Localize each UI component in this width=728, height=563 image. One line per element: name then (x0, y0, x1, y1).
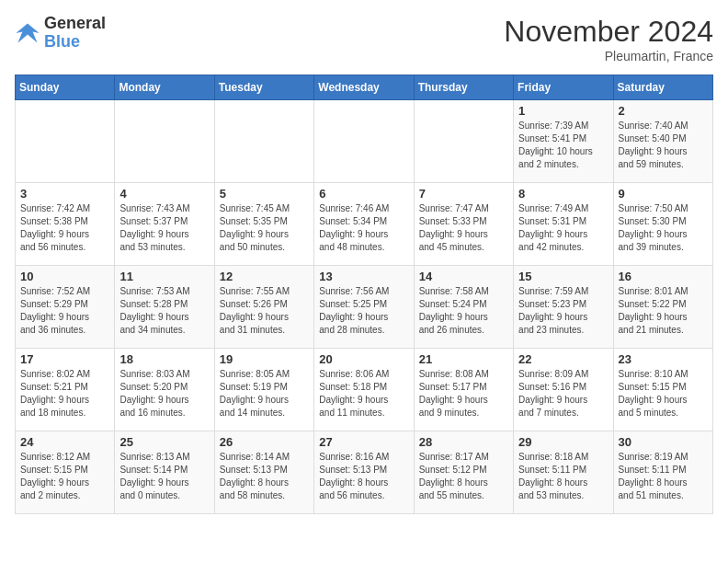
calendar-cell: 16Sunrise: 8:01 AM Sunset: 5:22 PM Dayli… (613, 266, 712, 349)
day-info: Sunrise: 7:50 AM Sunset: 5:30 PM Dayligh… (619, 202, 708, 254)
header-row: SundayMondayTuesdayWednesdayThursdayFrid… (16, 75, 713, 100)
day-number: 18 (119, 352, 209, 366)
day-number: 25 (119, 435, 209, 449)
calendar-cell: 27Sunrise: 8:16 AM Sunset: 5:13 PM Dayli… (314, 431, 414, 514)
day-info: Sunrise: 7:53 AM Sunset: 5:28 PM Dayligh… (119, 285, 209, 337)
calendar-cell: 3Sunrise: 7:42 AM Sunset: 5:38 PM Daylig… (16, 183, 115, 266)
calendar-cell: 12Sunrise: 7:55 AM Sunset: 5:26 PM Dayli… (214, 266, 313, 349)
header-cell-sunday: Sunday (16, 75, 115, 100)
day-number: 5 (220, 187, 309, 201)
day-info: Sunrise: 8:08 AM Sunset: 5:17 PM Dayligh… (419, 368, 508, 419)
day-info: Sunrise: 8:19 AM Sunset: 5:11 PM Dayligh… (619, 451, 708, 502)
day-info: Sunrise: 7:45 AM Sunset: 5:35 PM Dayligh… (220, 202, 309, 254)
calendar-cell: 6Sunrise: 7:46 AM Sunset: 5:34 PM Daylig… (314, 183, 414, 266)
calendar-cell (214, 100, 313, 183)
calendar-cell: 7Sunrise: 7:47 AM Sunset: 5:33 PM Daylig… (414, 183, 513, 266)
day-number: 15 (518, 270, 608, 283)
day-number: 11 (119, 270, 209, 283)
day-info: Sunrise: 7:59 AM Sunset: 5:23 PM Dayligh… (518, 285, 608, 337)
day-number: 6 (319, 187, 408, 201)
day-info: Sunrise: 8:06 AM Sunset: 5:18 PM Dayligh… (319, 368, 408, 419)
page-header: General Blue November 2024 Pleumartin, F… (15, 15, 713, 63)
day-number: 26 (220, 435, 309, 449)
day-info: Sunrise: 7:42 AM Sunset: 5:38 PM Dayligh… (20, 202, 109, 254)
header-cell-saturday: Saturday (613, 75, 712, 100)
day-number: 17 (20, 352, 109, 366)
header-cell-tuesday: Tuesday (214, 75, 313, 100)
day-number: 3 (20, 187, 109, 201)
logo-icon (15, 20, 40, 46)
svg-marker-0 (16, 23, 39, 42)
title-block: November 2024 Pleumartin, France (504, 15, 713, 63)
calendar-cell: 17Sunrise: 8:02 AM Sunset: 5:21 PM Dayli… (16, 349, 115, 431)
page-title: November 2024 (504, 15, 713, 49)
day-info: Sunrise: 8:13 AM Sunset: 5:14 PM Dayligh… (119, 451, 209, 502)
day-info: Sunrise: 8:05 AM Sunset: 5:19 PM Dayligh… (220, 368, 309, 419)
day-info: Sunrise: 8:12 AM Sunset: 5:15 PM Dayligh… (20, 451, 109, 502)
day-info: Sunrise: 8:17 AM Sunset: 5:12 PM Dayligh… (419, 451, 508, 502)
day-number: 27 (319, 435, 408, 449)
calendar-week-4: 17Sunrise: 8:02 AM Sunset: 5:21 PM Dayli… (16, 349, 713, 431)
day-number: 1 (518, 104, 608, 118)
calendar-cell: 25Sunrise: 8:13 AM Sunset: 5:14 PM Dayli… (115, 431, 214, 514)
day-number: 14 (419, 270, 508, 283)
header-cell-friday: Friday (514, 75, 613, 100)
header-cell-thursday: Thursday (414, 75, 513, 100)
logo: General Blue (15, 15, 106, 52)
calendar-week-2: 3Sunrise: 7:42 AM Sunset: 5:38 PM Daylig… (16, 183, 713, 266)
day-number: 4 (119, 187, 209, 201)
calendar-header: SundayMondayTuesdayWednesdayThursdayFrid… (16, 75, 713, 100)
calendar-cell: 21Sunrise: 8:08 AM Sunset: 5:17 PM Dayli… (414, 349, 513, 431)
calendar-cell: 18Sunrise: 8:03 AM Sunset: 5:20 PM Dayli… (115, 349, 214, 431)
calendar-cell: 22Sunrise: 8:09 AM Sunset: 5:16 PM Dayli… (514, 349, 613, 431)
calendar-week-3: 10Sunrise: 7:52 AM Sunset: 5:29 PM Dayli… (16, 266, 713, 349)
day-info: Sunrise: 7:56 AM Sunset: 5:25 PM Dayligh… (319, 285, 408, 337)
day-number: 20 (319, 352, 408, 366)
day-info: Sunrise: 7:39 AM Sunset: 5:41 PM Dayligh… (518, 120, 608, 171)
calendar-cell (314, 100, 414, 183)
day-info: Sunrise: 8:18 AM Sunset: 5:11 PM Dayligh… (518, 451, 608, 502)
calendar-cell: 5Sunrise: 7:45 AM Sunset: 5:35 PM Daylig… (214, 183, 313, 266)
day-number: 13 (319, 270, 408, 283)
day-number: 7 (419, 187, 508, 201)
day-number: 2 (619, 104, 708, 118)
day-info: Sunrise: 7:43 AM Sunset: 5:37 PM Dayligh… (119, 202, 209, 254)
day-number: 10 (20, 270, 109, 283)
day-number: 28 (419, 435, 508, 449)
calendar-cell: 1Sunrise: 7:39 AM Sunset: 5:41 PM Daylig… (514, 100, 613, 183)
calendar-cell: 24Sunrise: 8:12 AM Sunset: 5:15 PM Dayli… (16, 431, 115, 514)
calendar-week-5: 24Sunrise: 8:12 AM Sunset: 5:15 PM Dayli… (16, 431, 713, 514)
day-info: Sunrise: 7:47 AM Sunset: 5:33 PM Dayligh… (419, 202, 508, 254)
calendar-cell: 4Sunrise: 7:43 AM Sunset: 5:37 PM Daylig… (115, 183, 214, 266)
day-info: Sunrise: 8:09 AM Sunset: 5:16 PM Dayligh… (518, 368, 608, 419)
calendar-cell: 10Sunrise: 7:52 AM Sunset: 5:29 PM Dayli… (16, 266, 115, 349)
day-number: 12 (220, 270, 309, 283)
day-info: Sunrise: 8:10 AM Sunset: 5:15 PM Dayligh… (619, 368, 708, 419)
calendar-cell: 14Sunrise: 7:58 AM Sunset: 5:24 PM Dayli… (414, 266, 513, 349)
calendar-cell: 29Sunrise: 8:18 AM Sunset: 5:11 PM Dayli… (514, 431, 613, 514)
day-number: 9 (619, 187, 708, 201)
calendar-cell: 30Sunrise: 8:19 AM Sunset: 5:11 PM Dayli… (613, 431, 712, 514)
calendar-cell: 20Sunrise: 8:06 AM Sunset: 5:18 PM Dayli… (314, 349, 414, 431)
calendar-cell: 26Sunrise: 8:14 AM Sunset: 5:13 PM Dayli… (214, 431, 313, 514)
logo-line2: Blue (44, 33, 106, 52)
calendar-cell: 8Sunrise: 7:49 AM Sunset: 5:31 PM Daylig… (514, 183, 613, 266)
day-info: Sunrise: 7:46 AM Sunset: 5:34 PM Dayligh… (319, 202, 408, 254)
day-number: 21 (419, 352, 508, 366)
calendar-cell: 19Sunrise: 8:05 AM Sunset: 5:19 PM Dayli… (214, 349, 313, 431)
day-info: Sunrise: 7:55 AM Sunset: 5:26 PM Dayligh… (220, 285, 309, 337)
calendar-cell: 9Sunrise: 7:50 AM Sunset: 5:30 PM Daylig… (613, 183, 712, 266)
day-number: 24 (20, 435, 109, 449)
calendar-cell (16, 100, 115, 183)
header-cell-monday: Monday (115, 75, 214, 100)
calendar-cell: 23Sunrise: 8:10 AM Sunset: 5:15 PM Dayli… (613, 349, 712, 431)
day-info: Sunrise: 7:58 AM Sunset: 5:24 PM Dayligh… (419, 285, 508, 337)
day-info: Sunrise: 8:01 AM Sunset: 5:22 PM Dayligh… (619, 285, 708, 337)
day-info: Sunrise: 8:02 AM Sunset: 5:21 PM Dayligh… (20, 368, 109, 419)
page-subtitle: Pleumartin, France (504, 49, 713, 63)
calendar-cell: 13Sunrise: 7:56 AM Sunset: 5:25 PM Dayli… (314, 266, 414, 349)
day-number: 16 (619, 270, 708, 283)
day-number: 22 (518, 352, 608, 366)
calendar-table: SundayMondayTuesdayWednesdayThursdayFrid… (15, 75, 713, 514)
day-info: Sunrise: 7:49 AM Sunset: 5:31 PM Dayligh… (518, 202, 608, 254)
